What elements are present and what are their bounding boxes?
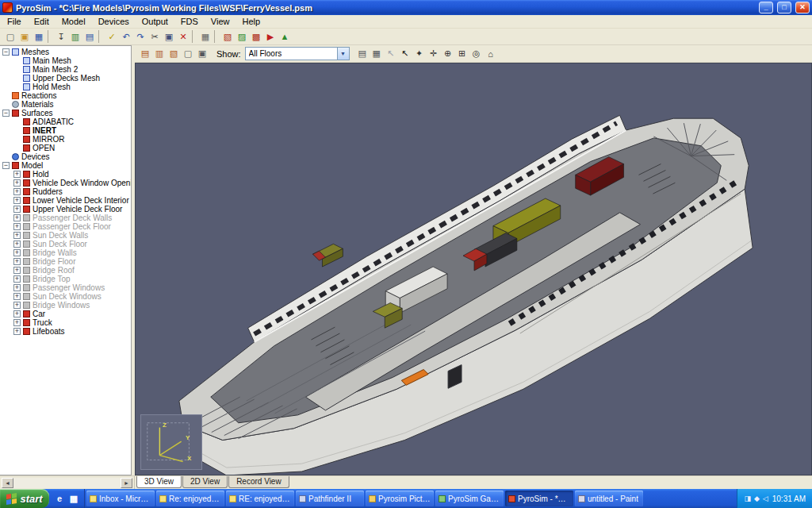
view-tab[interactable]: Record View [228,476,289,488]
tree-expander-icon[interactable] [13,293,21,300]
select-objects-icon[interactable]: ↖ [398,47,412,61]
tree-expander-icon[interactable] [13,319,21,326]
menu-item[interactable]: File [1,16,28,27]
orbit-icon[interactable]: ◎ [469,47,484,61]
taskbar-button[interactable]: Re: enjoyed y... [156,491,224,506]
scroll-left-icon[interactable]: ◄ [2,478,13,488]
view-tab[interactable]: 3D View [136,476,182,488]
chevron-down-icon[interactable]: ▼ [337,48,349,60]
zoom-in-icon[interactable]: ⊕ [441,47,455,61]
tree-item[interactable]: INERT [0,126,131,135]
tree-item[interactable]: Rudders [0,187,131,196]
tree-item[interactable]: Passenger Windows [0,283,131,292]
tree-expander-icon[interactable] [13,188,21,195]
save-icon[interactable]: ▦ [32,29,46,44]
tree-item[interactable]: Lower Vehicle Deck Interior [0,196,131,205]
tree-item[interactable]: Model [0,161,131,170]
tree-item[interactable]: Main Mesh [0,56,131,65]
copy-icon[interactable]: ▣ [162,29,176,44]
floor-filter-dropdown[interactable]: All Floors ▼ [245,47,350,60]
close-button[interactable]: ✕ [795,2,810,13]
taskbar-button[interactable]: RE: enjoyed y... [226,491,294,506]
tree-item[interactable]: Vehicle Deck Window Openings [0,179,131,187]
check-icon[interactable]: ✓ [105,29,119,44]
tree-item[interactable]: Bridge Floor [0,257,131,266]
reference-grid-icon[interactable]: ▦ [370,47,384,61]
toolbar-separator[interactable] [192,30,196,43]
tree-item[interactable]: Bridge Roof [0,266,131,275]
properties-icon[interactable]: ▤ [355,47,370,61]
tree-expander-icon[interactable] [13,197,21,204]
new-vent-icon[interactable]: ▩ [249,29,263,44]
tree-expander-icon[interactable] [13,284,21,291]
security-icon[interactable]: ◆ [754,495,760,502]
new-file-icon[interactable]: ▢ [3,29,17,44]
tree-item[interactable]: Sun Deck Walls [0,231,131,240]
tree-expander-icon[interactable] [13,232,21,239]
tree-horizontal-scrollbar[interactable]: ◄ ► [0,476,135,489]
tree-expander-icon[interactable] [2,110,10,117]
tree-expander-icon[interactable] [13,223,21,230]
network-icon[interactable]: ◨ [744,495,751,502]
tree-expander-icon[interactable] [13,328,21,335]
menu-item[interactable]: Help [236,16,266,27]
3d-viewport[interactable]: Z Y X [135,63,812,475]
tree-item[interactable]: Bridge Windows [0,301,131,310]
volume-icon[interactable]: ◁ [763,495,768,502]
cut-icon[interactable]: ✂ [147,29,162,44]
smokeview-icon[interactable]: ▲ [278,29,292,44]
tree-item[interactable]: ADIABATIC [0,117,131,126]
tree-item[interactable]: Hold [0,170,131,179]
select-cursor-icon[interactable]: ↖ [384,47,398,61]
tree-item[interactable]: Materials [0,100,131,109]
walkthrough-icon[interactable]: ✦ [412,47,427,61]
tree-expander-icon[interactable] [13,249,21,256]
tree-item[interactable]: Lifeboats [0,327,131,336]
run-fds-icon[interactable]: ▶ [263,29,278,44]
tree-expander-icon[interactable] [2,48,10,56]
undo-icon[interactable]: ↶ [119,29,133,44]
minimize-button[interactable]: _ [759,2,773,13]
reset-view-icon[interactable]: ⌂ [484,47,498,61]
tree-item[interactable]: Bridge Top [0,275,131,283]
taskbar-button[interactable]: PyroSim - *C:\... [505,491,573,506]
tree-item[interactable]: Upper Vehicle Deck Floor [0,205,131,214]
view-tab[interactable]: 2D View [182,476,228,488]
new-view-icon[interactable]: ▢ [181,47,195,61]
tree-expander-icon[interactable] [13,241,21,248]
pan-view-icon[interactable]: ✛ [427,47,441,61]
tree-expander-icon[interactable] [13,179,21,187]
tree-item[interactable]: Reactions [0,91,131,100]
menu-item[interactable]: Devices [92,16,136,27]
delete-icon[interactable]: ✕ [176,29,190,44]
ie-quicklaunch-icon[interactable]: e [54,493,65,504]
tree-expander-icon[interactable] [2,162,10,169]
chart-icon[interactable]: ▥ [68,29,82,44]
tree-expander-icon[interactable] [13,275,21,283]
tree-item[interactable]: Truck [0,318,131,327]
tree-item[interactable]: Sun Deck Floor [0,240,131,248]
title-bar[interactable]: PyroSim - *C:\Fire Models\Pyrosim Workin… [0,0,812,15]
tree-item[interactable]: Sun Deck Windows [0,292,131,301]
tree-item[interactable]: Hold Mesh [0,83,131,91]
tree-expander-icon[interactable] [13,214,21,221]
tree-item[interactable]: Devices [0,152,131,161]
menu-item[interactable]: View [205,16,236,27]
copy-view-icon[interactable]: ▤ [138,47,152,61]
toolbar-separator[interactable] [48,30,52,43]
tree-item[interactable]: MIRROR [0,135,131,144]
scroll-right-icon[interactable]: ► [121,478,132,488]
tree-item[interactable]: Bridge Walls [0,248,131,257]
tree-expander-icon[interactable] [13,206,21,213]
scroll-track[interactable] [13,478,121,488]
tree-item[interactable]: Passenger Deck Walls [0,214,131,222]
tree-item[interactable]: OPEN [0,144,131,152]
show-desktop-icon[interactable]: ▦ [68,493,79,504]
import-icon[interactable]: ↧ [54,29,68,44]
redo-icon[interactable]: ↷ [133,29,147,44]
open-file-icon[interactable]: ▣ [17,29,32,44]
tree-item[interactable]: Main Mesh 2 [0,65,131,74]
start-button[interactable]: start [0,489,49,508]
new-obstruction-icon[interactable]: ▧ [220,29,235,44]
tree-expander-icon[interactable] [13,310,21,318]
